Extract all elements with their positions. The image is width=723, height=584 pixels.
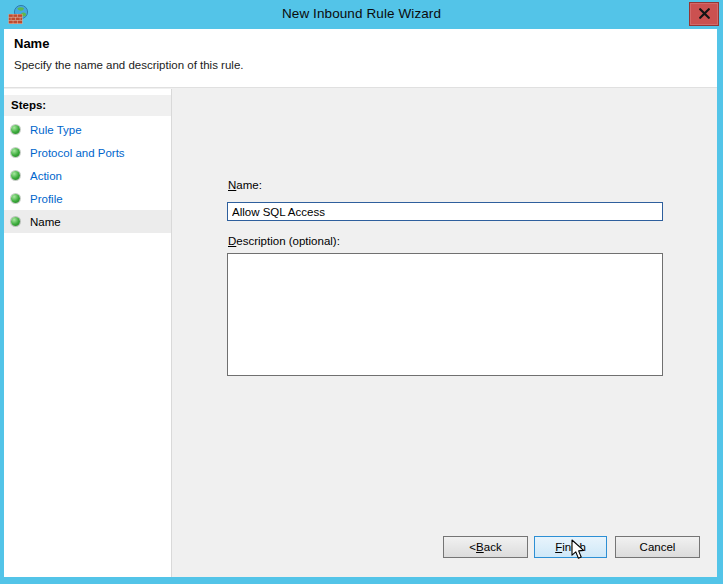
window-title: New Inbound Rule Wizard xyxy=(0,6,723,21)
page-subtitle: Specify the name and description of this… xyxy=(14,59,244,71)
step-label: Rule Type xyxy=(30,124,82,136)
wizard-window: New Inbound Rule Wizard Name Specify the… xyxy=(0,0,723,584)
cancel-label-text: Cancel xyxy=(640,541,676,553)
step-bullet-icon xyxy=(11,194,20,203)
wizard-page-header: Name Specify the name and description of… xyxy=(4,29,717,88)
name-label-text: ame: xyxy=(236,179,262,191)
back-button[interactable]: < Back xyxy=(443,536,528,558)
steps-heading: Steps: xyxy=(4,95,171,116)
close-button[interactable] xyxy=(689,2,719,26)
wizard-body: Steps: Rule Type Protocol and Ports Acti… xyxy=(4,89,717,577)
back-label-accesskey: B xyxy=(476,541,484,553)
step-bullet-icon xyxy=(11,125,20,134)
finish-label-accesskey: F xyxy=(555,541,562,553)
description-label-text: escription (optional): xyxy=(236,235,340,247)
step-label: Name xyxy=(30,216,61,228)
dialog-surface: Name Specify the name and description of… xyxy=(4,29,717,577)
step-label: Protocol and Ports xyxy=(30,147,125,159)
finish-button[interactable]: Finish xyxy=(534,536,607,558)
sidebar-item-protocol-and-ports[interactable]: Protocol and Ports xyxy=(4,141,171,164)
name-field-label: Name: xyxy=(228,179,262,191)
rule-name-input[interactable] xyxy=(227,202,663,221)
form-panel: Name: Description (optional): < Back Fin… xyxy=(173,89,717,577)
back-label-pre: < xyxy=(469,541,476,553)
finish-label-text: inish xyxy=(562,541,586,553)
close-icon xyxy=(699,7,710,22)
step-label: Action xyxy=(30,170,62,182)
sidebar-item-name[interactable]: Name xyxy=(4,210,171,233)
step-bullet-icon xyxy=(11,148,20,157)
sidebar-item-profile[interactable]: Profile xyxy=(4,187,171,210)
sidebar-item-action[interactable]: Action xyxy=(4,164,171,187)
titlebar: New Inbound Rule Wizard xyxy=(0,0,723,29)
step-bullet-icon xyxy=(11,217,20,226)
cancel-button[interactable]: Cancel xyxy=(615,536,700,558)
back-label-text: ack xyxy=(484,541,502,553)
rule-description-textarea[interactable] xyxy=(227,253,663,376)
steps-sidebar: Steps: Rule Type Protocol and Ports Acti… xyxy=(4,89,172,577)
page-title: Name xyxy=(14,36,49,51)
step-label: Profile xyxy=(30,193,63,205)
step-bullet-icon xyxy=(11,171,20,180)
steps-list: Rule Type Protocol and Ports Action Prof… xyxy=(4,118,171,233)
sidebar-item-rule-type[interactable]: Rule Type xyxy=(4,118,171,141)
description-field-label: Description (optional): xyxy=(228,235,340,247)
